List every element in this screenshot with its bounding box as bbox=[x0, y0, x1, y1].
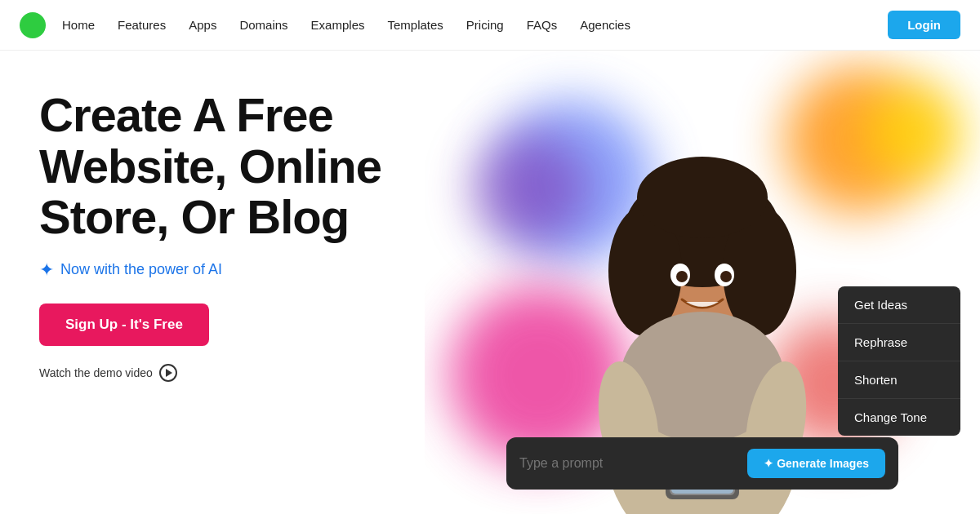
ai-menu-shorten[interactable]: Shorten bbox=[838, 361, 960, 399]
svg-point-10 bbox=[720, 271, 732, 282]
blob-yellow bbox=[866, 83, 964, 181]
hero-left: Create A Free Website, Online Store, Or … bbox=[0, 51, 425, 514]
nav-links: Home Features Apps Domains Examples Temp… bbox=[62, 18, 888, 32]
demo-label: Watch the demo video bbox=[39, 366, 153, 379]
play-icon bbox=[159, 364, 177, 382]
nav-item-examples[interactable]: Examples bbox=[311, 18, 365, 32]
hero-section: Create A Free Website, Online Store, Or … bbox=[0, 51, 980, 514]
nav-item-pricing[interactable]: Pricing bbox=[466, 18, 504, 32]
ai-menu-rephrase[interactable]: Rephrase bbox=[838, 324, 960, 361]
hero-title: Create A Free Website, Online Store, Or … bbox=[39, 90, 385, 243]
svg-point-6 bbox=[637, 157, 768, 238]
login-button[interactable]: Login bbox=[888, 11, 960, 39]
ai-badge: ✦ Now with the power of AI bbox=[39, 259, 385, 281]
play-triangle-icon bbox=[166, 369, 172, 377]
ai-menu-get-ideas[interactable]: Get Ideas bbox=[838, 286, 960, 324]
svg-point-9 bbox=[676, 271, 688, 282]
generate-images-button[interactable]: ✦ Generate Images bbox=[747, 449, 885, 478]
nav-item-home[interactable]: Home bbox=[62, 18, 95, 32]
nav-item-domains[interactable]: Domains bbox=[239, 18, 287, 32]
nav-item-templates[interactable]: Templates bbox=[387, 18, 443, 32]
signup-button[interactable]: Sign Up - It's Free bbox=[39, 304, 209, 346]
ai-badge-text: Now with the power of AI bbox=[60, 261, 222, 278]
prompt-bar: ✦ Generate Images bbox=[506, 437, 898, 490]
nav-item-apps[interactable]: Apps bbox=[189, 18, 216, 32]
logo-icon[interactable] bbox=[20, 12, 46, 38]
ai-menu-change-tone[interactable]: Change Tone bbox=[838, 399, 960, 436]
navbar: Home Features Apps Domains Examples Temp… bbox=[0, 0, 980, 51]
prompt-input[interactable] bbox=[519, 456, 737, 471]
ai-dropdown-menu: Get Ideas Rephrase Shorten Change Tone bbox=[838, 286, 960, 436]
nav-item-agencies[interactable]: Agencies bbox=[580, 18, 630, 32]
nav-item-faqs[interactable]: FAQs bbox=[527, 18, 558, 32]
sparkle-icon: ✦ bbox=[39, 259, 54, 281]
hero-right: Get Ideas Rephrase Shorten Change Tone ✦… bbox=[425, 51, 980, 514]
demo-link[interactable]: Watch the demo video bbox=[39, 364, 385, 382]
nav-item-features[interactable]: Features bbox=[118, 18, 166, 32]
